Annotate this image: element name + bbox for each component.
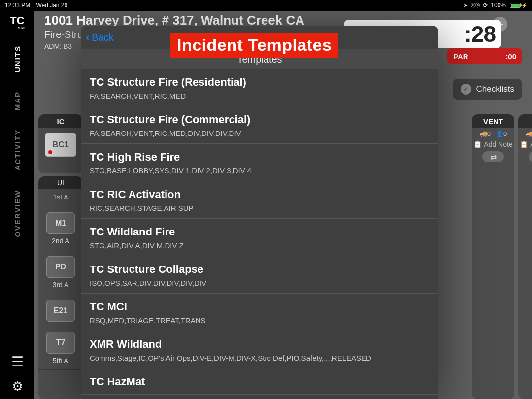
template-name: TC Structure Fire (Commercial) xyxy=(90,113,430,126)
par-button[interactable]: PAR :00 xyxy=(447,48,522,64)
template-item[interactable]: TC MCIRSQ,MED,TRIAGE,TREAT,TRANS xyxy=(81,294,438,331)
annotation-label: Incident Templates xyxy=(170,33,338,58)
template-item[interactable]: TC Structure CollapseISO,OPS,SAR,DIV,DIV… xyxy=(81,256,438,294)
ic-unit-chip[interactable]: BC1 xyxy=(45,133,76,157)
template-subtitle: STG,AIR,DIV A,DIV M,DIV Z xyxy=(90,241,430,250)
unit-chip[interactable]: PD xyxy=(46,256,75,278)
template-subtitle: RSQ,MED,TRIAGE,TREAT,TRANS xyxy=(90,316,430,325)
app-logo[interactable]: TC962 xyxy=(3,13,32,31)
template-item[interactable]: TC High Rise FireSTG,BASE,LOBBY,SYS,DIV … xyxy=(81,144,438,181)
template-item[interactable]: TC HazMat xyxy=(81,368,438,395)
unit-chip[interactable]: E21 xyxy=(46,300,75,322)
template-item[interactable]: TC Structure Fire (Residential)FA,SEARCH… xyxy=(81,69,438,106)
units-column: UI 1st A M12nd A PD3rd A E21 T75th A xyxy=(38,176,83,399)
template-item[interactable]: XMR WildlandComms,Stage,IC,OP's,Air Ops,… xyxy=(81,331,438,368)
sync-icon: ⟳ xyxy=(483,2,488,9)
template-item[interactable]: TC Wildland FireSTG,AIR,DIV A,DIV M,DIV … xyxy=(81,219,438,256)
unit-chip[interactable]: T7 xyxy=(46,332,75,354)
template-subtitle: FA,SEARCH,VENT,RIC,MED xyxy=(90,92,430,100)
tab-units[interactable]: UNITS xyxy=(13,45,22,72)
checklists-button[interactable]: ✓ Checklists xyxy=(453,79,522,100)
status-date: Wed Jan 26 xyxy=(36,2,67,9)
battery-icon: ⚡ xyxy=(509,3,527,8)
template-name: TC Structure Fire (Residential) xyxy=(90,76,430,89)
tab-activity[interactable]: ACTIVITY xyxy=(13,129,22,170)
battery-percent: 100% xyxy=(491,2,506,9)
template-subtitle: STG,BASE,LOBBY,SYS,DIV 1,DIV 2,DIV 3,DIV… xyxy=(90,166,430,175)
template-list[interactable]: TC Structure Fire (Residential)FA,SEARCH… xyxy=(81,69,438,399)
sidebar: TC962 UNITS MAP ACTIVITY OVERVIEW ☰ ⚙ xyxy=(0,11,34,399)
person-icon: 👤0 xyxy=(496,130,507,137)
tab-map[interactable]: MAP xyxy=(13,91,22,110)
template-name: TC Wildland Fire xyxy=(90,226,430,238)
template-name: TC HazMat xyxy=(90,375,430,388)
template-name: TC High Rise Fire xyxy=(90,151,430,164)
truck-icon: 🚚0 xyxy=(526,130,532,137)
status-time: 12:33 PM xyxy=(5,2,30,9)
template-item[interactable]: TC RIC ActivationRIC,SEARCH,STAGE,AIR SU… xyxy=(81,181,438,219)
tab-overview[interactable]: OVERVIEW xyxy=(13,190,22,237)
main-area: 1001 Harvey Drive, # 317, Walnut Creek C… xyxy=(34,11,532,399)
back-button[interactable]: ‹ Back xyxy=(86,32,113,43)
template-name: TC MCI xyxy=(90,300,430,313)
templates-modal: ‹ Back Templates TC Structure Fire (Resi… xyxy=(81,26,438,399)
vent-column: VENT 🚚0👤0 📋Add Note ⇄ xyxy=(472,114,514,399)
location-icon: ➤ xyxy=(463,2,468,9)
template-item[interactable]: TC Structure Fire (Commercial)FA,SEARCH,… xyxy=(81,106,438,144)
template-subtitle: RIC,SEARCH,STAGE,AIR SUP xyxy=(90,204,430,212)
template-subtitle: Comms,Stage,IC,OP's,Air Ops,DIV-E,DIV-M,… xyxy=(90,354,430,362)
template-name: TC Structure Collapse xyxy=(90,263,430,276)
add-note-button[interactable]: 📋Add Note xyxy=(472,139,514,149)
template-name: TC RIC Activation xyxy=(90,188,430,201)
menu-icon[interactable]: ☰ xyxy=(11,354,24,370)
template-subtitle: FA,SEARCH,VENT,RIC,MED,DIV,DIV,DIV,DIV xyxy=(90,129,430,137)
swap-button[interactable]: ⇄ xyxy=(482,151,504,162)
clipboard-icon: 📋 xyxy=(520,140,528,148)
check-icon: ✓ xyxy=(461,84,471,95)
truck-icon: 🚚0 xyxy=(479,130,491,137)
template-name: XMR Wildland xyxy=(90,338,430,351)
wifi-icon: ⧀⧁ xyxy=(471,2,480,9)
template-subtitle: ISO,OPS,SAR,DIV,DIV,DIV,DIV,DIV xyxy=(90,279,430,287)
ic-column-header: IC xyxy=(38,114,83,128)
settings-icon[interactable]: ⚙ xyxy=(12,379,23,394)
status-bar: 12:33 PM Wed Jan 26 ➤ ⧀⧁ ⟳ 100% ⚡ xyxy=(0,0,532,11)
swap-button[interactable]: ⇄ xyxy=(529,151,532,162)
clipboard-icon: 📋 xyxy=(473,140,482,148)
add-note-button[interactable]: 📋Add Note xyxy=(518,139,532,149)
chevron-left-icon: ‹ xyxy=(86,32,90,43)
ric-column: RIC 🚚0👤0 📋Add Note ⇄ xyxy=(518,114,532,399)
unit-chip[interactable]: M1 xyxy=(46,212,75,234)
